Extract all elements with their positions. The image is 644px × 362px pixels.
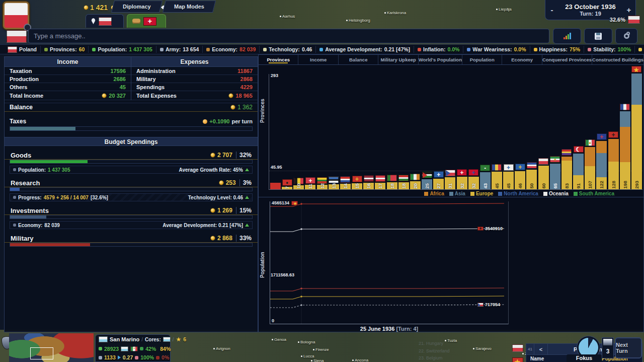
owner-flag [121,346,128,351]
bar-italy[interactable]: •107 [585,74,595,189]
chart-tab-military-upkeep[interactable]: Military Upkeep [378,55,418,64]
table-prev-button[interactable]: < [534,344,548,354]
bar-portugal[interactable]: 18 [387,74,397,189]
bar-hungary[interactable]: 18 [398,74,409,189]
bar-czechoslovakia[interactable]: 31 [445,74,455,189]
map-modes-button[interactable]: Map Modes [163,1,216,13]
budget-category-goods: Goods 2 707 32% Population: 1 437 305 Av… [5,151,258,174]
bar-albania[interactable]: •7 [282,74,292,189]
stats-country[interactable]: Poland [4,46,40,53]
budget-row: Others45 [5,83,131,91]
category-slider[interactable] [10,215,253,219]
chart-tab-balance[interactable]: Balance [338,55,378,64]
bar--selected-[interactable] [270,74,281,189]
budget-category-research: Research 253 3% Progress: 4579 + 256 / 1… [5,179,258,201]
bar-belgium[interactable]: 10 [293,74,304,189]
temperature-icon [135,356,138,359]
chart-bars-icon [564,33,571,39]
series-flag-soviet[interactable]: ★ [512,357,523,362]
category-slider[interactable] [10,243,253,247]
game-speed-minus-button[interactable]: - [545,6,558,14]
message-input[interactable] [29,29,549,43]
chart-tab-population[interactable]: Population [462,55,502,64]
autosave-counter: 3 [602,337,614,358]
bar-sweden[interactable]: +46 [515,74,525,189]
bar-greece[interactable]: +27 [433,74,444,189]
next-turn-button[interactable]: Next Turn [615,337,642,358]
stat-economy: Economy:82 039 [202,46,259,53]
stat-value: 0.0% [514,46,526,52]
bar-jordan[interactable]: 25 [422,74,432,189]
taxes-slider[interactable] [10,126,253,131]
category-slider[interactable] [10,187,253,191]
budget-row: Administration11867 [131,67,258,75]
bar-segment-sel [270,183,281,189]
bar-romania[interactable]: 45 [492,74,502,189]
budget-row-label: Others [10,84,27,90]
bar-austria[interactable]: 17 [375,74,385,189]
bar-spain[interactable]: 83 [561,74,572,189]
bar-segment-africa [608,139,619,162]
coin-icon [210,208,215,213]
stat-technology: Technology:0.46 [259,46,315,53]
chart-tab-income[interactable]: Income [298,55,338,64]
bar-iran[interactable]: •65 [550,74,560,189]
flag-emblem: + [308,177,312,183]
chart-tab-constructed-buildings[interactable]: Constructed Buildings [592,55,643,64]
flag-wedge [423,172,427,178]
bar-soviet-union[interactable]: ★293 [631,74,642,189]
stat-war-weariness: War Weariness:0.0% [463,46,529,53]
budget-row-value: 17596 [110,68,126,74]
category-slider[interactable] [10,160,253,164]
bar-netherlands[interactable]: 14 [340,74,351,189]
player-country-flag-button[interactable] [3,2,29,29]
settings-button[interactable] [615,28,637,44]
bar-estonia[interactable]: 13 [329,74,339,189]
statistics-button[interactable] [553,28,581,44]
population-icon [99,347,102,350]
flag-emblem: + [460,169,463,175]
bar-ireland[interactable]: 20 [410,74,421,189]
iran-flag: • [550,156,560,163]
save-button[interactable] [584,28,612,44]
category-info-row: Population: 1 437 305 Average Growth Rat… [10,166,253,174]
bar-value-label: 198 [620,181,630,189]
bar-poland[interactable]: 60 [538,74,549,189]
diplomacy-button[interactable]: Diplomacy [111,1,163,13]
line-chart-plot[interactable] [270,201,509,324]
minimap[interactable] [9,333,94,362]
chart-tab-provinces[interactable]: Provinces [259,55,298,64]
balance-value: 1 362 [237,104,253,111]
bar-finland[interactable]: +45 [503,74,514,189]
bar-denmark[interactable]: +32 [457,74,467,189]
development-icon [319,48,323,51]
faint-list-item: 22. Switzerland [419,348,519,356]
stat-rank: Rank:8 [634,46,644,53]
game-speed-plus-button[interactable]: + [622,6,635,14]
bar-united-kingdom[interactable]: +122 [596,74,607,189]
bar-yugoslavia[interactable]: 50 [526,74,537,189]
bar-norway[interactable]: +32 [468,74,479,189]
bar-turkey[interactable]: ☾91 [573,74,584,189]
bar-lithuania[interactable]: 12 [317,74,328,189]
selected-province-panel[interactable]: San Marino / Cores: / ★ 6 28923 • 42% 84… [95,334,171,362]
city-label: Siena [311,358,324,362]
tab-diplomacy-denmark[interactable]: + [127,14,166,28]
bar-switzerland[interactable]: +11 [305,74,315,189]
bar-latvia[interactable]: 16 [363,74,374,189]
bar-germany[interactable]: +128 [608,74,619,189]
bar-danzig[interactable]: +15 [352,74,362,189]
bar-segment-asia [631,74,642,105]
bar-france[interactable]: 198 [620,74,630,189]
budget-row: Total Expenses18 965 [131,91,258,100]
tab-country-poland[interactable] [86,14,124,28]
taxes-row: Taxes +0.1090 per turn [5,117,258,125]
chart-tab-conquered-provinces[interactable]: Conquered Provinces [542,55,592,64]
chart-tab-economy[interactable]: Economy [502,55,541,64]
bar-saudi-arabia[interactable]: -43 [480,74,491,189]
chart-tab-world-s-population[interactable]: World's Population [418,55,462,64]
bar-value-label: 46 [515,183,525,189]
flag-wedge [446,170,450,176]
info-icon [13,224,16,227]
series-flag-poland[interactable] [512,344,523,352]
